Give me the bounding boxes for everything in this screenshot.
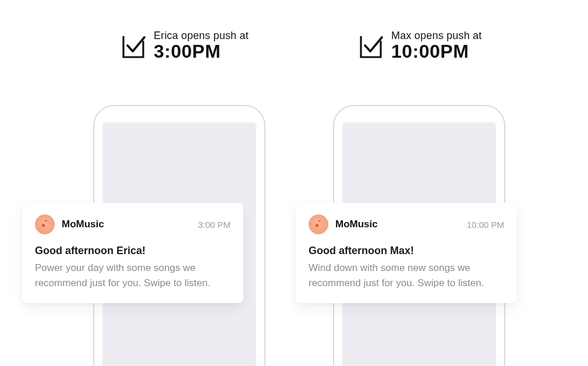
notification-time: 3:00 PM <box>198 220 231 230</box>
music-note-icon <box>40 219 50 230</box>
header-max: Max opens push at 10:00PM <box>357 30 482 61</box>
header-label-erica: Erica opens push at <box>154 30 249 41</box>
notification-body: Wind down with some new songs we recomme… <box>309 261 504 290</box>
app-name: MoMusic <box>62 219 198 230</box>
header-label-max: Max opens push at <box>391 30 482 41</box>
header-time-max: 10:00PM <box>391 42 482 61</box>
notification-title: Good afternoon Erica! <box>35 245 231 257</box>
header-time-erica: 3:00PM <box>154 42 249 61</box>
notification-card-erica[interactable]: MoMusic 3:00 PM Good afternoon Erica! Po… <box>22 203 243 303</box>
music-note-icon <box>313 219 324 230</box>
checkbox-icon <box>120 34 146 59</box>
notification-body: Power your day with some songs we recomm… <box>35 261 231 290</box>
header-erica: Erica opens push at 3:00PM <box>120 30 249 61</box>
notification-title: Good afternoon Max! <box>309 245 504 257</box>
notification-card-max[interactable]: MoMusic 10:00 PM Good afternoon Max! Win… <box>296 203 517 303</box>
app-icon <box>309 214 328 234</box>
app-name: MoMusic <box>335 219 467 230</box>
checkbox-icon <box>357 34 383 59</box>
app-icon <box>35 214 55 234</box>
notification-time: 10:00 PM <box>467 220 504 230</box>
